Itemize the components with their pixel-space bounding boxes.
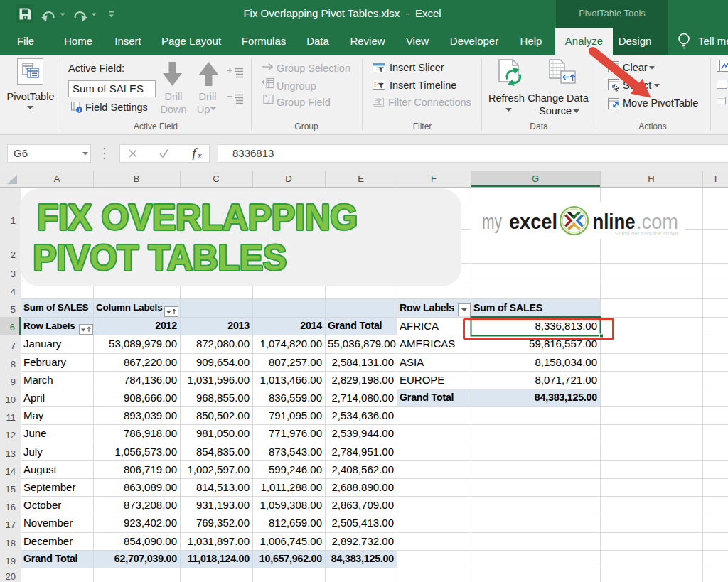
svg-text:x: x bbox=[197, 151, 202, 161]
svg-text:excel: excel bbox=[509, 210, 557, 233]
svg-text:nline: nline bbox=[593, 210, 636, 233]
svg-text:f: f bbox=[192, 148, 198, 160]
svg-text:.com: .com bbox=[636, 210, 678, 233]
svg-text:my: my bbox=[482, 210, 502, 233]
svg-text:7: 7 bbox=[267, 97, 270, 104]
svg-text:PIVOT TABLES: PIVOT TABLES bbox=[33, 238, 287, 277]
svg-text:Stand out from the crowd: Stand out from the crowd bbox=[615, 230, 678, 237]
svg-text:FIX OVERLAPPING: FIX OVERLAPPING bbox=[37, 198, 358, 237]
